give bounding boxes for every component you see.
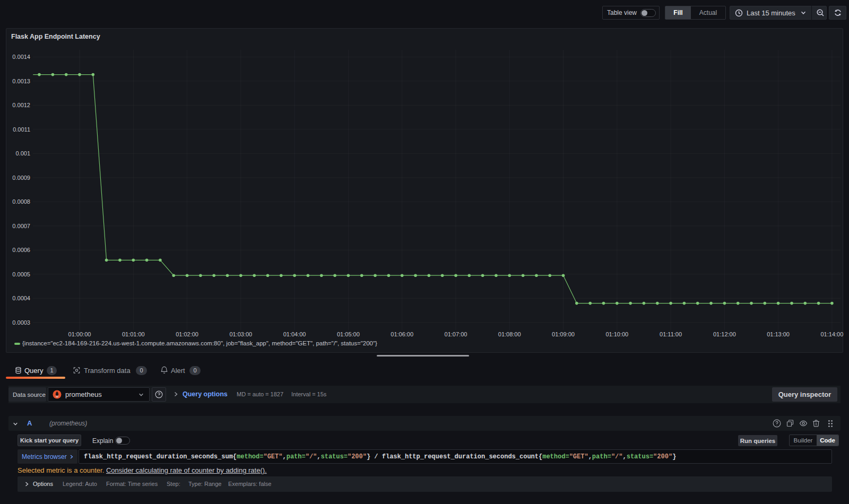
svg-text:0.0003: 0.0003	[12, 319, 30, 326]
svg-text:01:09:00: 01:09:00	[552, 331, 575, 337]
svg-text:01:06:00: 01:06:00	[391, 331, 413, 337]
svg-text:01:02:00: 01:02:00	[176, 331, 198, 337]
svg-text:01:11:00: 01:11:00	[660, 331, 682, 337]
svg-text:01:07:00: 01:07:00	[445, 331, 467, 337]
svg-text:01:01:00: 01:01:00	[122, 331, 145, 337]
svg-text:0.0006: 0.0006	[12, 247, 30, 253]
svg-text:0.0004: 0.0004	[12, 295, 30, 301]
svg-text:01:08:00: 01:08:00	[498, 331, 521, 337]
svg-text:01:13:00: 01:13:00	[767, 331, 790, 337]
svg-text:0.0011: 0.0011	[13, 126, 30, 133]
svg-text:01:05:00: 01:05:00	[337, 331, 360, 337]
svg-text:01:04:00: 01:04:00	[283, 331, 306, 337]
svg-text:0.0014: 0.0014	[12, 54, 30, 60]
svg-text:01:00:00: 01:00:00	[68, 331, 91, 337]
svg-text:0.001: 0.001	[15, 150, 30, 157]
svg-text:01:03:00: 01:03:00	[229, 331, 252, 337]
svg-text:0.0012: 0.0012	[12, 102, 30, 108]
svg-text:01:10:00: 01:10:00	[605, 331, 628, 337]
svg-text:01:12:00: 01:12:00	[713, 331, 736, 337]
svg-text:0.0005: 0.0005	[12, 271, 30, 277]
svg-text:0.0007: 0.0007	[12, 223, 30, 229]
svg-text:0.0013: 0.0013	[12, 78, 30, 84]
svg-text:0.0009: 0.0009	[12, 175, 30, 181]
svg-text:01:14:00: 01:14:00	[820, 331, 843, 337]
svg-text:0.0008: 0.0008	[12, 198, 30, 205]
